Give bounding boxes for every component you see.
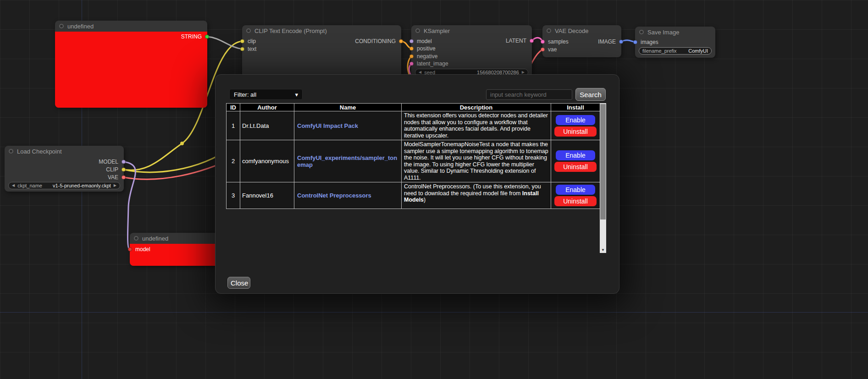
- extension-link[interactable]: ControlNet Preprocessors: [297, 192, 371, 199]
- extension-description: This extension offers various detector n…: [402, 111, 551, 140]
- extension-link[interactable]: ComfyUI_experiments/sampler_tonemap: [297, 154, 397, 168]
- extension-table: ID Author Name Description Install 1 Dr.…: [226, 103, 600, 209]
- node-title: undefined: [67, 23, 94, 30]
- enable-button[interactable]: Enable: [556, 185, 595, 195]
- extension-author: Fannovel16: [240, 182, 294, 209]
- slot-label: model: [417, 38, 432, 44]
- uninstall-button[interactable]: Uninstall: [554, 126, 597, 137]
- slot-samples-input: samples: [548, 38, 569, 45]
- port-conditioning-output[interactable]: [399, 39, 403, 44]
- node-title-bar[interactable]: CLIP Text Encode (Prompt): [242, 25, 401, 36]
- node-title: CLIP Text Encode (Prompt): [254, 27, 327, 34]
- slot-label: IMAGE: [598, 38, 616, 45]
- collapse-dot-icon[interactable]: [639, 30, 644, 34]
- filter-dropdown[interactable]: Filter: all: [229, 89, 303, 100]
- node-title-bar[interactable]: undefined: [130, 233, 224, 244]
- slot-string-output: STRING: [181, 33, 202, 40]
- port-clip-input[interactable]: [240, 39, 244, 44]
- extension-description: ControlNet Preprocessors. (To use this e…: [402, 182, 551, 209]
- node-title-bar[interactable]: KSampler: [411, 25, 532, 36]
- port-positive-input[interactable]: [409, 47, 414, 51]
- enable-button[interactable]: Enable: [556, 115, 595, 125]
- port-model-output[interactable]: [122, 160, 126, 164]
- slot-label: text: [248, 46, 256, 52]
- slot-negative-input: negative: [417, 53, 437, 60]
- port-vae-input[interactable]: [541, 48, 545, 52]
- node-undefined-bottom[interactable]: undefined model: [130, 233, 224, 266]
- slot-label: negative: [417, 53, 437, 60]
- increment-icon[interactable]: [522, 71, 525, 74]
- slot-model-output: MODEL: [99, 158, 118, 165]
- slot-label: MODEL: [99, 159, 118, 165]
- node-title: Load Checkpoint: [17, 148, 62, 155]
- node-body: MODEL CLIP VAE ckpt_name v1-5-pruned-ema…: [5, 157, 124, 192]
- collapse-dot-icon[interactable]: [547, 28, 551, 33]
- collapse-dot-icon[interactable]: [59, 24, 64, 28]
- slot-label: STRING: [181, 33, 202, 40]
- slot-label: model: [135, 246, 150, 253]
- node-load-checkpoint[interactable]: Load Checkpoint MODEL CLIP VAE ckpt_name…: [5, 146, 124, 192]
- next-icon[interactable]: [114, 184, 116, 187]
- port-latent-output[interactable]: [530, 39, 534, 43]
- slot-image-output: IMAGE: [598, 38, 616, 45]
- search-button[interactable]: Search: [575, 88, 606, 101]
- port-vae-output[interactable]: [122, 176, 126, 180]
- table-scrollbar[interactable]: [600, 103, 606, 253]
- collapse-dot-icon[interactable]: [246, 28, 251, 33]
- slot-images-input: images: [641, 38, 658, 46]
- slot-label: images: [641, 39, 658, 45]
- uninstall-button[interactable]: Uninstall: [554, 196, 597, 206]
- close-button[interactable]: Close: [227, 277, 250, 289]
- node-vae-decode[interactable]: VAE Decode samples vae IMAGE: [542, 25, 621, 57]
- extension-link[interactable]: ComfyUI Impact Pack: [297, 122, 358, 129]
- slot-model-input: model: [135, 246, 150, 253]
- previous-icon[interactable]: [12, 184, 15, 187]
- collapse-dot-icon[interactable]: [134, 236, 138, 241]
- slot-label: CONDITIONING: [355, 38, 396, 44]
- slot-latent-image-input: latent_image: [417, 60, 448, 67]
- extension-id: 3: [227, 182, 240, 209]
- search-input[interactable]: [486, 89, 572, 100]
- filename-prefix-widget[interactable]: filename_prefix ComfyUI: [639, 47, 712, 55]
- port-image-output[interactable]: [619, 40, 623, 44]
- port-negative-input[interactable]: [409, 55, 414, 59]
- node-title-bar[interactable]: undefined: [55, 21, 207, 32]
- widget-label: filename_prefix: [642, 48, 677, 54]
- port-model-input[interactable]: [409, 39, 414, 44]
- scroll-down-icon[interactable]: [600, 247, 606, 253]
- chevron-down-icon: [295, 91, 298, 98]
- node-undefined-top[interactable]: undefined STRING: [55, 21, 207, 108]
- node-title-bar[interactable]: Load Checkpoint: [5, 146, 124, 157]
- widget-value: ComfyUI: [688, 48, 708, 54]
- port-latent-image-input[interactable]: [409, 62, 414, 66]
- uninstall-button[interactable]: Uninstall: [554, 162, 597, 172]
- node-body: STRING: [55, 32, 207, 108]
- node-title: Save Image: [647, 29, 679, 36]
- port-string-output[interactable]: [205, 35, 209, 39]
- slot-vae-input: vae: [548, 46, 557, 53]
- ckpt-name-widget[interactable]: ckpt_name v1-5-pruned-emaonly.ckpt: [8, 182, 120, 189]
- slot-model-input: model: [417, 38, 432, 45]
- node-title-bar[interactable]: VAE Decode: [542, 25, 621, 36]
- port-images-input[interactable]: [633, 40, 637, 44]
- collapse-dot-icon[interactable]: [415, 28, 420, 33]
- collapse-dot-icon[interactable]: [9, 149, 13, 154]
- slot-label: VAE: [108, 174, 118, 181]
- node-save-image[interactable]: Save Image images filename_prefix ComfyU…: [635, 27, 715, 58]
- extension-manager-dialog: Filter: all Search ID Author Name Descri…: [216, 75, 619, 293]
- column-header-author: Author: [240, 104, 294, 111]
- slot-latent-output: LATENT: [506, 37, 526, 44]
- slot-clip-input: clip: [248, 38, 256, 45]
- decrement-icon[interactable]: [419, 71, 421, 74]
- node-body: model: [130, 244, 224, 266]
- scrollbar-thumb[interactable]: [600, 104, 606, 220]
- port-clip-output[interactable]: [122, 168, 126, 172]
- port-samples-input[interactable]: [541, 40, 545, 44]
- node-title-bar[interactable]: Save Image: [635, 27, 715, 38]
- extension-author: comfyanonymous: [240, 140, 294, 182]
- extension-id: 1: [227, 111, 240, 140]
- port-model-input[interactable]: [128, 247, 132, 252]
- enable-button[interactable]: Enable: [556, 150, 595, 160]
- node-title: KSampler: [424, 27, 450, 34]
- port-text-input[interactable]: [240, 47, 244, 51]
